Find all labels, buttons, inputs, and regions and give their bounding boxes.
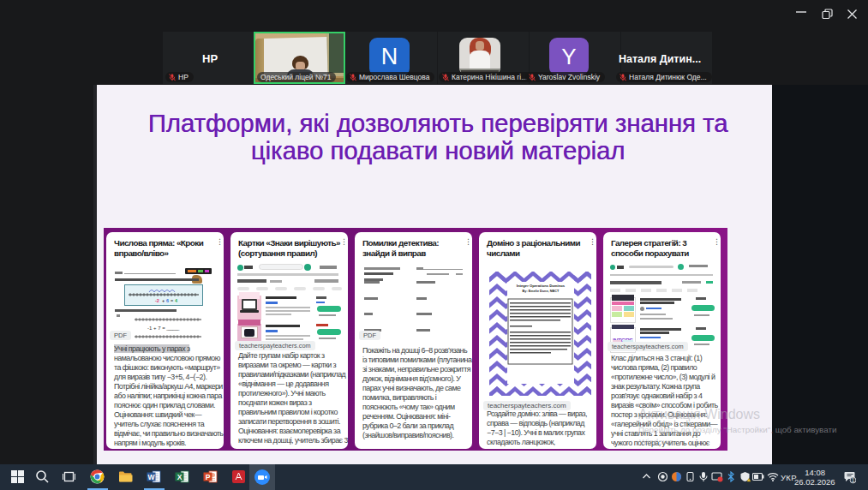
- svg-text:4: 4: [175, 298, 178, 303]
- svg-text:+: +: [162, 298, 165, 303]
- svg-text:1: 1: [852, 477, 855, 483]
- svg-text:=: =: [171, 298, 173, 303]
- svg-text:6: 6: [166, 298, 169, 303]
- svg-text:By: Emelie Dunn, NBCT: By: Emelie Dunn, NBCT: [523, 290, 560, 293]
- svg-text:-2: -2: [155, 298, 159, 303]
- svg-text:X: X: [177, 473, 183, 481]
- svg-text:P: P: [206, 473, 211, 481]
- svg-text:W: W: [147, 473, 155, 481]
- svg-text:Integer Operations Dominos: Integer Operations Dominos: [517, 284, 566, 288]
